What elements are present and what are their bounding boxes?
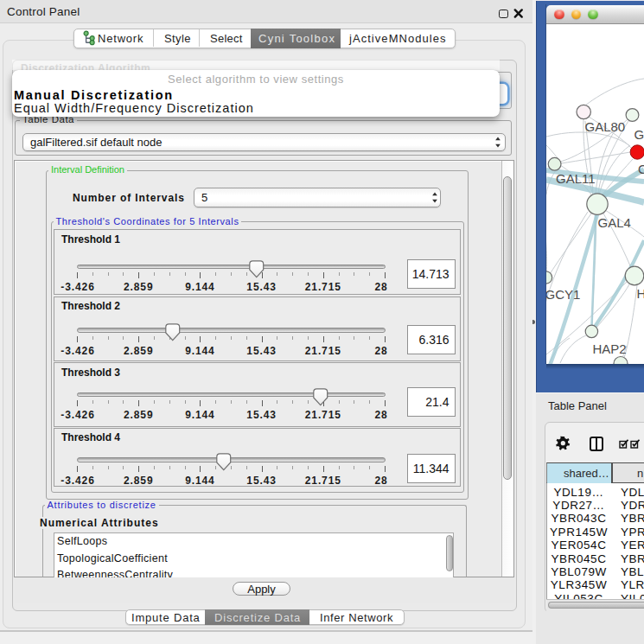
svg-text:GAL80: GAL80 — [585, 119, 626, 134]
svg-text:GAL11: GAL11 — [556, 171, 596, 186]
svg-text:GAL4: GAL4 — [598, 215, 631, 230]
svg-text:G.: G. — [634, 127, 644, 142]
svg-text:H: H — [637, 286, 644, 301]
svg-text:C: C — [638, 162, 644, 176]
svg-text:HAP2: HAP2 — [593, 341, 627, 356]
svg-text:GCY1: GCY1 — [546, 287, 580, 302]
